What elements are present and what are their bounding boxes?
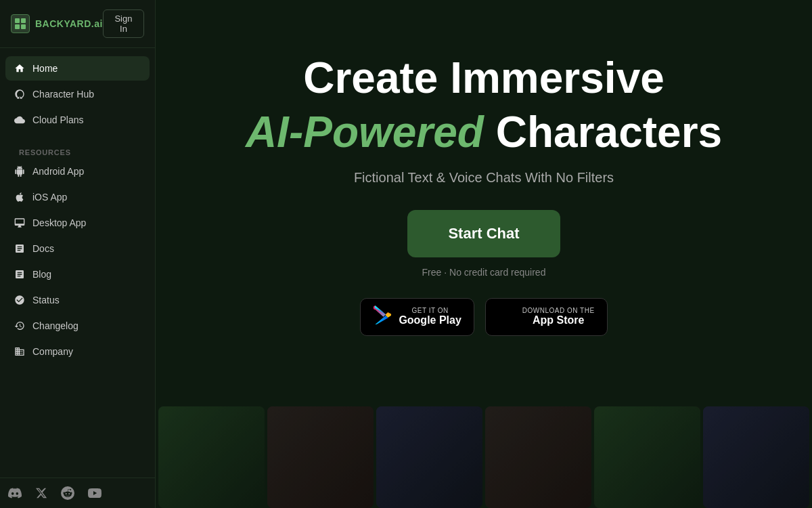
hero-title-italic: AI-Powered: [246, 108, 484, 156]
hero-title-line2: AI-Powered Characters: [246, 108, 722, 156]
sidebar-item-android-label: Android App: [32, 166, 84, 177]
free-note: Free · No credit card required: [422, 267, 546, 278]
sidebar-item-status-label: Status: [32, 295, 60, 305]
sidebar-item-blog-label: Blog: [32, 269, 51, 280]
app-store-text: Download on the App Store: [522, 307, 595, 326]
logo-area: BACKYARD.ai: [11, 14, 103, 33]
main-content: Create Immersive AI-Powered Characters F…: [156, 0, 812, 508]
ios-icon: [14, 191, 26, 203]
sidebar-item-changelog[interactable]: Changelog: [5, 314, 150, 338]
sidebar-item-character-hub[interactable]: Character Hub: [5, 82, 150, 106]
blog-icon: [14, 268, 26, 280]
company-icon: [14, 345, 26, 358]
sidebar-item-cloud-plans[interactable]: Cloud Plans: [5, 108, 150, 132]
sidebar-item-company-label: Company: [32, 346, 73, 357]
sign-in-button[interactable]: Sign In: [103, 9, 144, 38]
sidebar-item-status[interactable]: Status: [5, 288, 150, 312]
sidebar-item-ios-label: iOS App: [32, 192, 67, 203]
logo-icon: [11, 14, 30, 33]
app-badges: GET IT ON Google Play Download on the Ap…: [360, 298, 607, 336]
cloud-plans-icon: [14, 114, 26, 126]
hero-title-line1: Create Immersive: [303, 54, 664, 102]
twitter-x-icon[interactable]: [35, 487, 47, 499]
android-icon: [14, 165, 26, 177]
strip-card-5: 💀: [594, 406, 700, 508]
app-store-small: Download on the: [522, 307, 595, 314]
sidebar-item-desktop-app[interactable]: Desktop App: [5, 211, 150, 235]
character-strip: ⚔️ 🐉 🔮 🌙 💀 🗡️: [156, 393, 812, 508]
sidebar-item-docs-label: Docs: [32, 243, 54, 254]
google-play-text: GET IT ON Google Play: [399, 307, 461, 326]
sidebar: BACKYARD.ai Sign In Home Character Hub: [0, 0, 156, 508]
strip-card-2: 🐉: [267, 406, 374, 508]
social-row: [0, 478, 155, 508]
sidebar-item-home[interactable]: Home: [5, 56, 150, 81]
sidebar-nav: Home Character Hub Cloud Plans Resources: [0, 48, 155, 478]
google-play-icon: [373, 305, 392, 329]
sidebar-item-docs[interactable]: Docs: [5, 236, 150, 261]
discord-icon[interactable]: [8, 486, 22, 500]
sidebar-item-android-app[interactable]: Android App: [5, 159, 150, 184]
google-play-badge[interactable]: GET IT ON Google Play: [360, 298, 474, 336]
youtube-icon[interactable]: [88, 486, 102, 500]
google-play-big: Google Play: [399, 314, 461, 326]
strip-card-3: 🔮: [376, 406, 482, 508]
changelog-icon: [14, 320, 26, 332]
app-store-badge[interactable]: Download on the App Store: [485, 298, 608, 336]
sidebar-item-cloud-plans-label: Cloud Plans: [32, 114, 84, 125]
docs-icon: [14, 242, 26, 255]
sidebar-item-blog[interactable]: Blog: [5, 262, 150, 287]
status-icon: [14, 294, 26, 306]
start-chat-button[interactable]: Start Chat: [407, 210, 560, 257]
desktop-icon: [14, 217, 26, 229]
sidebar-header: BACKYARD.ai Sign In: [0, 0, 155, 48]
logo-text: BACKYARD.ai: [35, 18, 103, 29]
hero-subtitle: Fictional Text & Voice Chats With No Fil…: [354, 170, 614, 186]
apple-icon: [498, 306, 516, 328]
sidebar-item-home-label: Home: [32, 63, 58, 74]
hero-section: Create Immersive AI-Powered Characters F…: [156, 0, 812, 370]
app-store-big: App Store: [522, 314, 595, 326]
sidebar-item-company[interactable]: Company: [5, 339, 150, 364]
google-play-small: GET IT ON: [399, 307, 461, 314]
sidebar-item-changelog-label: Changelog: [32, 320, 78, 331]
character-hub-icon: [14, 88, 26, 100]
sidebar-item-ios-app[interactable]: iOS App: [5, 185, 150, 209]
resources-label: Resources: [5, 143, 150, 156]
sidebar-item-character-hub-label: Character Hub: [32, 89, 94, 100]
strip-card-4: 🌙: [485, 406, 591, 508]
home-icon: [14, 62, 26, 75]
strip-card-6: 🗡️: [703, 406, 809, 508]
hero-title-characters: Characters: [496, 108, 722, 156]
strip-card-1: ⚔️: [158, 406, 265, 508]
sidebar-item-desktop-label: Desktop App: [32, 217, 86, 228]
reddit-icon[interactable]: [61, 486, 74, 500]
